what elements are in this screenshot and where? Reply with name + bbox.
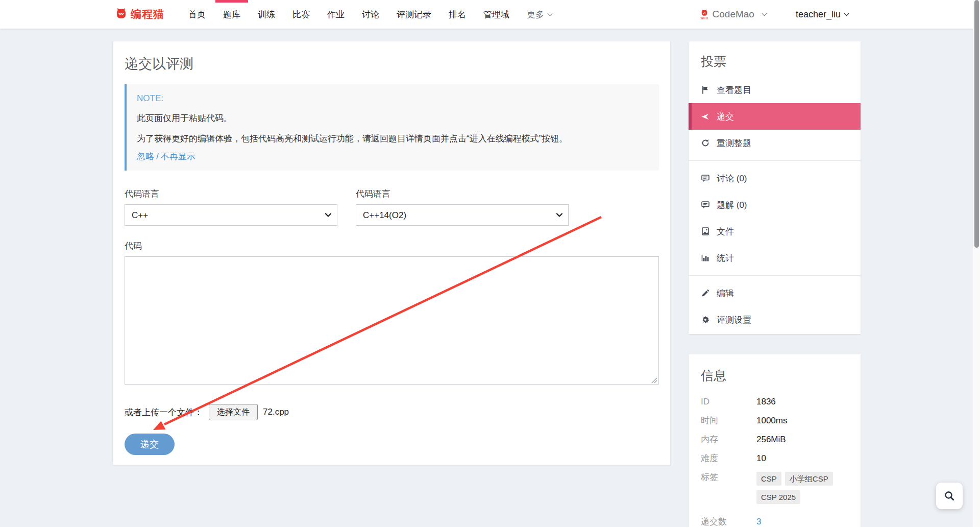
sidebar-item-judge-settings[interactable]: 评测设置: [689, 306, 861, 333]
refresh-icon: [701, 139, 709, 147]
sidebar-item-view-problem[interactable]: 查看题目: [689, 77, 861, 103]
language-label: 代码语言: [125, 188, 337, 200]
info-value: 256MiB: [756, 434, 786, 445]
sidebar-item-label: 文件: [717, 226, 734, 237]
scrollbar-thumb[interactable]: [974, 0, 979, 248]
sidebar-item-discussion[interactable]: 讨论 (0): [689, 165, 861, 191]
top-navbar: 编程猫 首页 题库 训练 比赛 作业 讨论 评测记录 排名 管理域 更多 编程猫…: [0, 0, 980, 29]
language-select[interactable]: C++: [125, 204, 337, 226]
choose-file-button[interactable]: 选择文件: [209, 404, 258, 420]
divider: [689, 275, 861, 276]
chevron-down-icon: [548, 11, 553, 16]
info-row-tags: 标签 CSP 小学组CSP CSP 2025: [689, 472, 861, 509]
note-dismiss-link[interactable]: 不再显示: [161, 152, 195, 161]
info-label: 时间: [701, 415, 756, 426]
chevron-down-icon: [844, 11, 849, 16]
submission-count-link[interactable]: 3: [756, 516, 761, 527]
nav-more-label: 更多: [527, 9, 544, 20]
mini-logo-caption: 编程猫: [701, 17, 708, 19]
sidebar-item-rejudge[interactable]: 重测整题: [689, 130, 861, 156]
info-label: ID: [701, 396, 756, 408]
note-line-2: 为了获得更好的编辑体验，包括代码高亮和测试运行功能，请返回题目详情页面并点击“进…: [137, 133, 649, 145]
codemao-mini-icon: 编程猫: [701, 9, 708, 19]
info-label: 递交数: [701, 516, 756, 527]
pencil-icon: [701, 290, 709, 297]
nav-tab-records[interactable]: 评测记录: [388, 0, 440, 29]
sidebar-item-label: 统计: [717, 252, 734, 264]
code-label: 代码: [125, 240, 659, 252]
sidebar-item-label: 题解 (0): [717, 199, 747, 211]
search-button[interactable]: [936, 483, 963, 509]
sidebar-item-label: 讨论 (0): [717, 173, 747, 184]
brand-name: 编程猫: [131, 7, 164, 21]
sidebar-item-edit[interactable]: 编辑: [689, 280, 861, 306]
sidebar-item-files[interactable]: 文件: [689, 218, 861, 245]
sidebar-item-statistics[interactable]: 统计: [689, 245, 861, 271]
domain-switcher[interactable]: 编程猫 CodeMao: [701, 9, 766, 20]
submit-button[interactable]: 递交: [125, 434, 175, 455]
info-value: 10: [756, 453, 766, 464]
domain-name: CodeMao: [713, 9, 754, 20]
page-title: 递交以评测: [125, 55, 659, 73]
sidebar-item-label: 重测整题: [717, 137, 751, 149]
nav-tab-home[interactable]: 首页: [180, 0, 214, 29]
nav-tab-training[interactable]: 训练: [249, 0, 284, 29]
info-label: 难度: [701, 453, 756, 464]
problem-title: 投票: [701, 54, 861, 69]
nav-tab-ranking[interactable]: 排名: [440, 0, 475, 29]
note-ignore-link[interactable]: 忽略: [137, 152, 154, 161]
sidebar-item-label: 评测设置: [717, 314, 751, 326]
nav-tab-contests[interactable]: 比赛: [284, 0, 318, 29]
sidebar-item-label: 递交: [717, 111, 734, 123]
main-nav: 首页 题库 训练 比赛 作业 讨论 评测记录 排名 管理域 更多: [180, 0, 560, 29]
brand-logo[interactable]: 编程猫: [115, 7, 164, 21]
nav-tab-problems[interactable]: 题库: [214, 0, 249, 29]
info-row-submissions: 递交数 3: [689, 516, 861, 527]
info-label: 内存: [701, 434, 756, 445]
nav-tab-more[interactable]: 更多: [518, 0, 560, 29]
language-variant-label: 代码语言: [356, 188, 569, 200]
info-title: 信息: [701, 368, 861, 383]
navbar-right: 编程猫 CodeMao teacher_liu: [701, 9, 980, 20]
info-value: 1000ms: [756, 415, 787, 426]
nav-tab-homework[interactable]: 作业: [318, 0, 353, 29]
send-icon: [701, 112, 709, 121]
note-link-separator: /: [156, 152, 159, 161]
submit-panel: 递交以评测 NOTE: 此页面仅用于粘贴代码。 为了获得更好的编辑体验，包括代码…: [113, 41, 670, 465]
sidebar-item-submit[interactable]: 递交: [689, 103, 861, 130]
problem-info-panel: 信息 ID 1836 时间 1000ms 内存 256MiB 难度 10 标签 …: [689, 354, 861, 527]
tag-chip[interactable]: 小学组CSP: [785, 472, 833, 486]
comment-icon: [701, 174, 709, 182]
language-variant-select[interactable]: C++14(O2): [356, 204, 569, 226]
info-row-difficulty: 难度 10: [689, 453, 861, 464]
nav-tab-discussion[interactable]: 讨论: [353, 0, 388, 29]
tag-chip[interactable]: CSP: [756, 472, 781, 486]
selected-file-name: 72.cpp: [263, 407, 289, 417]
nav-tab-domain-manage[interactable]: 管理域: [475, 0, 518, 29]
problem-sidebar: 投票 查看题目 递交 重测整题 讨论 (0) 题解 (0) 文: [689, 41, 861, 334]
search-icon: [944, 490, 955, 501]
sidebar-item-label: 编辑: [717, 288, 734, 299]
scrollbar-track[interactable]: [973, 0, 980, 527]
info-row-time: 时间 1000ms: [689, 415, 861, 426]
sidebar-item-solutions[interactable]: 题解 (0): [689, 191, 861, 218]
tag-chip[interactable]: CSP 2025: [756, 490, 800, 504]
info-row-id: ID 1836: [689, 396, 861, 408]
note-line-1: 此页面仅用于粘贴代码。: [137, 113, 649, 124]
bar-chart-icon: [701, 254, 709, 262]
chevron-down-icon: [762, 11, 767, 16]
upload-label: 或者上传一个文件：: [125, 406, 203, 418]
note-heading: NOTE:: [137, 93, 649, 104]
comment-icon: [701, 201, 709, 209]
code-textarea[interactable]: [125, 256, 659, 385]
gear-icon: [701, 316, 709, 324]
codemao-cat-icon: [115, 8, 127, 21]
flag-icon: [701, 86, 709, 94]
note-box: NOTE: 此页面仅用于粘贴代码。 为了获得更好的编辑体验，包括代码高亮和测试运…: [125, 84, 659, 171]
info-value: 1836: [756, 396, 776, 408]
file-image-icon: [701, 227, 709, 235]
username: teacher_liu: [796, 9, 841, 20]
info-row-memory: 内存 256MiB: [689, 434, 861, 445]
user-menu[interactable]: teacher_liu: [796, 9, 848, 20]
sidebar-item-label: 查看题目: [717, 84, 751, 96]
